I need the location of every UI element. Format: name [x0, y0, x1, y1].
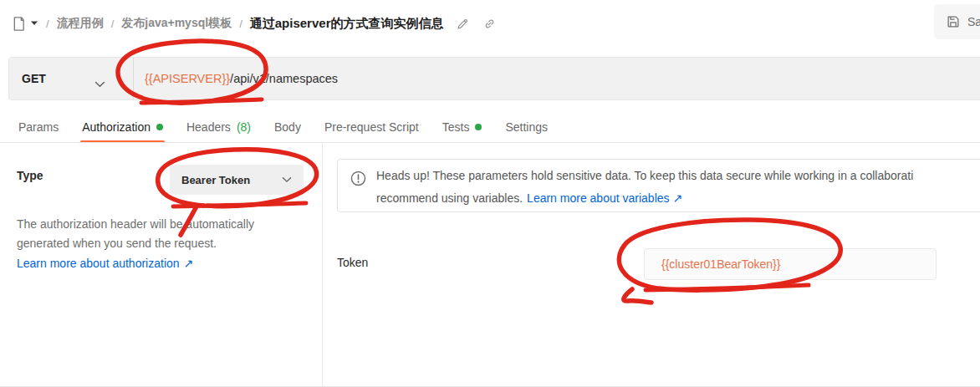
auth-type-label: Type: [17, 169, 43, 182]
divider: [0, 142, 980, 143]
tab-label: Settings: [505, 120, 548, 134]
copy-link-icon[interactable]: [482, 17, 497, 31]
tab-label: Params: [18, 120, 59, 134]
sensitive-data-warning-banner: Heads up! These parameters hold sensitiv…: [337, 159, 980, 212]
learn-more-variables-link[interactable]: Learn more about variables ↗: [527, 191, 682, 205]
warning-text: recommend using variables.: [376, 191, 523, 205]
edit-title-icon[interactable]: [456, 17, 470, 31]
collection-file-icon[interactable]: [12, 16, 26, 32]
alert-circle-icon: [350, 171, 366, 190]
link-label: Learn more about variables: [527, 191, 669, 205]
url-input[interactable]: {{APISERVER}}/api/v1/namespaces: [145, 58, 338, 99]
request-url-bar: GET {{APISERVER}}/api/v1/namespaces: [8, 57, 980, 100]
breadcrumb-item-folder[interactable]: 发布java+mysql模板: [121, 16, 232, 31]
external-link-icon: ↗: [673, 191, 683, 205]
link-label: Learn more about authorization: [17, 257, 180, 270]
url-variable: {{APISERVER}}: [145, 72, 230, 85]
postman-request-view: / 流程用例 / 发布java+mysql模板 / 通过apiserver的方式…: [0, 0, 980, 387]
learn-more-authorization-link[interactable]: Learn more about authorization ↗: [17, 257, 193, 270]
request-title[interactable]: 通过apiserver的方式查询实例信息: [250, 16, 444, 32]
tab-settings[interactable]: Settings: [505, 110, 548, 143]
save-icon: [946, 14, 961, 29]
tab-tests[interactable]: Tests: [442, 110, 482, 143]
tab-label: Authorization: [82, 120, 151, 134]
tab-pre-request-script[interactable]: Pre-request Script: [324, 110, 419, 143]
save-button-label: Sa: [967, 15, 980, 28]
panel-divider: [322, 143, 323, 387]
external-link-icon: ↗: [184, 257, 194, 270]
breadcrumb-separator: /: [46, 18, 49, 30]
tab-authorization[interactable]: Authorization: [82, 110, 163, 143]
url-path: /api/v1/namespaces: [230, 72, 338, 85]
annotation-underline-token: [646, 285, 809, 290]
tab-label: Body: [274, 120, 301, 134]
request-tabs: Params Authorization Headers(8) Body Pre…: [0, 110, 980, 143]
token-input[interactable]: {{cluster01BearToken}}: [644, 248, 937, 280]
headers-count-badge: (8): [237, 120, 251, 134]
tab-label: Tests: [442, 120, 470, 134]
green-status-dot-icon: [475, 124, 482, 130]
auth-type-selected-value: Bearer Token: [181, 174, 250, 186]
divider: [133, 58, 134, 99]
tab-body[interactable]: Body: [274, 110, 301, 143]
chevron-down-icon[interactable]: [94, 76, 105, 91]
auth-helper-line2: generated when you send the request.: [17, 234, 254, 253]
auth-type-dropdown[interactable]: Bearer Token: [170, 165, 304, 195]
method-selector[interactable]: GET: [22, 58, 46, 99]
token-value: {{cluster01BearToken}}: [661, 257, 780, 271]
token-label: Token: [337, 256, 368, 269]
tab-params[interactable]: Params: [18, 110, 59, 143]
tab-label: Pre-request Script: [324, 120, 419, 134]
warning-text-line2: recommend using variables. Learn more ab…: [376, 191, 682, 205]
method-label: GET: [22, 72, 46, 85]
annotation-tail-token: [624, 289, 651, 303]
breadcrumb-separator: /: [239, 18, 242, 30]
save-button[interactable]: Sa: [934, 4, 980, 39]
green-status-dot-icon: [156, 124, 163, 130]
auth-helper-text: The authorization header will be automat…: [17, 215, 254, 253]
breadcrumb-separator: /: [111, 18, 115, 30]
tab-headers[interactable]: Headers(8): [186, 110, 251, 143]
chevron-down-icon: [282, 176, 292, 183]
auth-helper-line1: The authorization header will be automat…: [17, 215, 254, 234]
tab-label: Headers: [186, 120, 231, 134]
warning-text-line1: Heads up! These parameters hold sensitiv…: [376, 169, 913, 182]
breadcrumb-item-collection[interactable]: 流程用例: [57, 16, 104, 31]
annotation-underline-bearer-token: [173, 203, 306, 206]
breadcrumb: / 流程用例 / 发布java+mysql模板 / 通过apiserver的方式…: [12, 11, 497, 36]
breadcrumb-dropdown-caret-icon[interactable]: [30, 21, 38, 26]
